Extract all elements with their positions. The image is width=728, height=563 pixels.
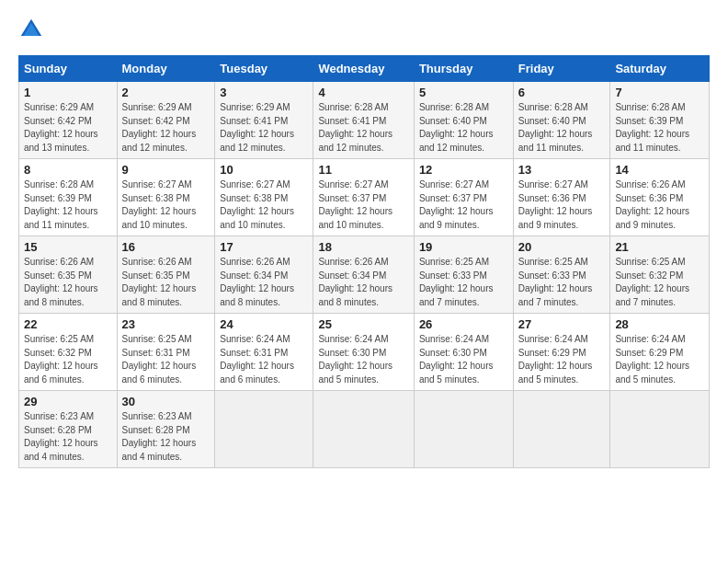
header [18,17,710,42]
table-cell: 10Sunrise: 6:27 AMSunset: 6:38 PMDayligh… [215,159,313,236]
day-detail: Sunrise: 6:28 AMSunset: 6:40 PMDaylight:… [518,101,606,155]
day-detail: Sunrise: 6:27 AMSunset: 6:38 PMDaylight:… [122,178,210,232]
logo [18,17,48,42]
day-number: 22 [24,317,112,331]
table-cell: 22Sunrise: 6:25 AMSunset: 6:32 PMDayligh… [19,314,118,391]
day-detail: Sunrise: 6:29 AMSunset: 6:42 PMDaylight:… [122,101,210,155]
day-number: 14 [615,163,704,177]
table-cell: 5Sunrise: 6:28 AMSunset: 6:40 PMDaylight… [414,82,513,159]
day-detail: Sunrise: 6:24 AMSunset: 6:30 PMDaylight:… [419,333,508,386]
col-monday: Monday [117,56,215,82]
day-number: 13 [518,163,606,177]
col-sunday: Sunday [19,56,118,82]
day-detail: Sunrise: 6:24 AMSunset: 6:30 PMDaylight:… [318,333,408,386]
table-row: 8Sunrise: 6:28 AMSunset: 6:39 PMDaylight… [19,159,710,236]
day-detail: Sunrise: 6:23 AMSunset: 6:28 PMDaylight:… [24,410,112,464]
table-cell: 11Sunrise: 6:27 AMSunset: 6:37 PMDayligh… [313,159,414,236]
day-number: 6 [518,86,606,99]
day-detail: Sunrise: 6:25 AMSunset: 6:33 PMDaylight:… [518,256,606,309]
day-number: 21 [615,240,704,254]
calendar-table: Sunday Monday Tuesday Wednesday Thursday… [18,55,710,468]
table-cell: 2Sunrise: 6:29 AMSunset: 6:42 PMDaylight… [117,82,215,159]
day-number: 24 [220,317,308,331]
day-detail: Sunrise: 6:26 AMSunset: 6:35 PMDaylight:… [122,256,210,309]
table-cell [513,391,610,468]
day-detail: Sunrise: 6:28 AMSunset: 6:40 PMDaylight:… [419,101,508,155]
table-cell: 23Sunrise: 6:25 AMSunset: 6:31 PMDayligh… [117,314,215,391]
col-saturday: Saturday [610,56,710,82]
day-detail: Sunrise: 6:25 AMSunset: 6:32 PMDaylight:… [615,256,704,309]
table-cell: 25Sunrise: 6:24 AMSunset: 6:30 PMDayligh… [313,314,414,391]
day-number: 20 [518,240,606,254]
table-cell: 19Sunrise: 6:25 AMSunset: 6:33 PMDayligh… [414,236,513,314]
day-detail: Sunrise: 6:28 AMSunset: 6:39 PMDaylight:… [24,178,112,232]
col-friday: Friday [513,56,610,82]
table-row: 15Sunrise: 6:26 AMSunset: 6:35 PMDayligh… [19,236,710,314]
day-detail: Sunrise: 6:25 AMSunset: 6:32 PMDaylight:… [24,333,112,386]
day-number: 4 [318,86,408,99]
table-cell [313,391,414,468]
table-cell [610,391,710,468]
day-detail: Sunrise: 6:23 AMSunset: 6:28 PMDaylight:… [122,410,210,464]
day-number: 10 [220,163,308,177]
day-number: 7 [615,86,704,99]
day-number: 30 [122,395,210,408]
day-detail: Sunrise: 6:29 AMSunset: 6:42 PMDaylight:… [24,101,112,155]
day-detail: Sunrise: 6:26 AMSunset: 6:34 PMDaylight:… [318,256,408,309]
day-number: 1 [24,86,112,99]
day-detail: Sunrise: 6:28 AMSunset: 6:39 PMDaylight:… [615,101,704,155]
table-cell: 17Sunrise: 6:26 AMSunset: 6:34 PMDayligh… [215,236,313,314]
day-number: 9 [122,163,210,177]
col-thursday: Thursday [414,56,513,82]
table-cell: 13Sunrise: 6:27 AMSunset: 6:36 PMDayligh… [513,159,610,236]
day-detail: Sunrise: 6:25 AMSunset: 6:33 PMDaylight:… [419,256,508,309]
table-cell: 28Sunrise: 6:24 AMSunset: 6:29 PMDayligh… [610,314,710,391]
table-cell: 6Sunrise: 6:28 AMSunset: 6:40 PMDaylight… [513,82,610,159]
day-detail: Sunrise: 6:29 AMSunset: 6:41 PMDaylight:… [220,101,308,155]
table-cell: 14Sunrise: 6:26 AMSunset: 6:36 PMDayligh… [610,159,710,236]
table-cell: 18Sunrise: 6:26 AMSunset: 6:34 PMDayligh… [313,236,414,314]
day-number: 26 [419,317,508,331]
day-number: 16 [122,240,210,254]
day-number: 28 [615,317,704,331]
day-number: 5 [419,86,508,99]
table-cell: 3Sunrise: 6:29 AMSunset: 6:41 PMDaylight… [215,82,313,159]
day-detail: Sunrise: 6:24 AMSunset: 6:31 PMDaylight:… [220,333,308,386]
day-detail: Sunrise: 6:27 AMSunset: 6:36 PMDaylight:… [518,178,606,232]
table-cell: 24Sunrise: 6:24 AMSunset: 6:31 PMDayligh… [215,314,313,391]
day-detail: Sunrise: 6:26 AMSunset: 6:35 PMDaylight:… [24,256,112,309]
day-detail: Sunrise: 6:25 AMSunset: 6:31 PMDaylight:… [122,333,210,386]
table-cell: 12Sunrise: 6:27 AMSunset: 6:37 PMDayligh… [414,159,513,236]
table-cell: 16Sunrise: 6:26 AMSunset: 6:35 PMDayligh… [117,236,215,314]
day-number: 18 [318,240,408,254]
day-detail: Sunrise: 6:24 AMSunset: 6:29 PMDaylight:… [518,333,606,386]
day-detail: Sunrise: 6:26 AMSunset: 6:36 PMDaylight:… [615,178,704,232]
day-number: 19 [419,240,508,254]
day-number: 12 [419,163,508,177]
table-row: 1Sunrise: 6:29 AMSunset: 6:42 PMDaylight… [19,82,710,159]
table-cell: 7Sunrise: 6:28 AMSunset: 6:39 PMDaylight… [610,82,710,159]
table-cell: 20Sunrise: 6:25 AMSunset: 6:33 PMDayligh… [513,236,610,314]
table-row: 29Sunrise: 6:23 AMSunset: 6:28 PMDayligh… [19,391,710,468]
day-detail: Sunrise: 6:28 AMSunset: 6:41 PMDaylight:… [318,101,408,155]
day-detail: Sunrise: 6:24 AMSunset: 6:29 PMDaylight:… [615,333,704,386]
day-number: 2 [122,86,210,99]
day-detail: Sunrise: 6:26 AMSunset: 6:34 PMDaylight:… [220,256,308,309]
day-detail: Sunrise: 6:27 AMSunset: 6:38 PMDaylight:… [220,178,308,232]
day-number: 29 [24,395,112,408]
table-cell: 1Sunrise: 6:29 AMSunset: 6:42 PMDaylight… [19,82,118,159]
calendar-header-row: Sunday Monday Tuesday Wednesday Thursday… [19,56,710,82]
table-cell: 30Sunrise: 6:23 AMSunset: 6:28 PMDayligh… [117,391,215,468]
day-number: 27 [518,317,606,331]
day-number: 11 [318,163,408,177]
day-detail: Sunrise: 6:27 AMSunset: 6:37 PMDaylight:… [419,178,508,232]
table-cell [414,391,513,468]
page: Sunday Monday Tuesday Wednesday Thursday… [0,0,728,477]
table-cell: 27Sunrise: 6:24 AMSunset: 6:29 PMDayligh… [513,314,610,391]
day-number: 23 [122,317,210,331]
table-cell: 21Sunrise: 6:25 AMSunset: 6:32 PMDayligh… [610,236,710,314]
day-number: 3 [220,86,308,99]
table-cell: 9Sunrise: 6:27 AMSunset: 6:38 PMDaylight… [117,159,215,236]
day-detail: Sunrise: 6:27 AMSunset: 6:37 PMDaylight:… [318,178,408,232]
table-cell: 8Sunrise: 6:28 AMSunset: 6:39 PMDaylight… [19,159,118,236]
